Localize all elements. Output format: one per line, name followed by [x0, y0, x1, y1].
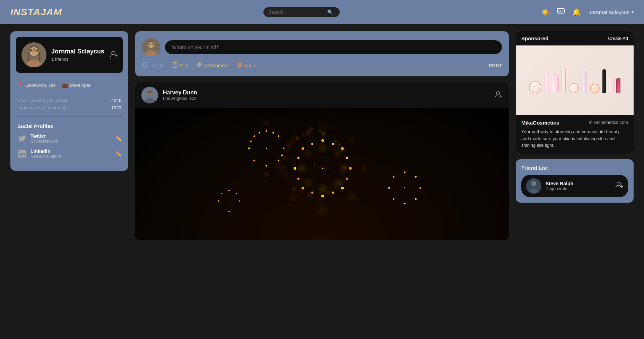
attachment-label: Attachment	[204, 63, 229, 68]
header-right: ☀️ 🔔 Jornmal Sclaycus ▾	[541, 8, 634, 17]
cosmetic-tall-1	[562, 67, 566, 93]
linkedin-info: Linkedin Network Platform	[31, 149, 112, 159]
location-detail: 📍 Lakewood, OH	[17, 82, 55, 88]
clip-label: Clip	[180, 63, 188, 68]
ad-brand-row: MikaCosmetics mikacosmetics.com	[521, 120, 628, 126]
center-panel: Image Clip	[135, 31, 509, 240]
twitter-platform: Twitter	[31, 133, 112, 139]
stat-impressions-label: Impressions of your post	[17, 105, 67, 110]
svg-rect-0	[557, 8, 564, 13]
social-profiles-title: Social Profiles	[17, 123, 121, 129]
feed-user-name: Harvey Dunn	[163, 90, 490, 96]
feed-user-location: Los Angeles, CA	[163, 96, 490, 101]
create-ad-button[interactable]: Create Ad	[608, 36, 628, 41]
cosmetic-tube-1	[544, 73, 549, 93]
profile-friends-count: 1 friends	[51, 57, 117, 62]
audio-icon	[237, 62, 242, 69]
svg-point-34	[150, 91, 151, 93]
stat-views-label: Who's viewed your profile	[17, 98, 69, 103]
friend-action-icon[interactable]	[616, 182, 623, 190]
cosmetic-round-1	[590, 84, 600, 93]
post-button[interactable]: POST	[489, 63, 502, 68]
profile-details: 📍 Lakewood, OH 💼 Developer	[16, 78, 123, 92]
image-button[interactable]: Image	[142, 62, 164, 69]
ad-image	[516, 45, 634, 115]
ad-website[interactable]: mikacosmetics.com	[589, 120, 628, 126]
bell-icon[interactable]: 🔔	[572, 8, 581, 16]
ad-description: Your pathway to stunning and immaculate …	[521, 128, 628, 149]
svg-point-17	[149, 43, 150, 45]
sponsored-label: Sponsored	[521, 35, 548, 41]
search-icon[interactable]: 🔍	[327, 9, 333, 15]
cosmetic-dropper-1	[582, 71, 587, 93]
cosmetic-compact-1	[529, 81, 541, 93]
logo-text: INSTAJAM	[10, 7, 62, 17]
friend-list-title: Friend List	[521, 165, 628, 171]
audio-button[interactable]: Audio	[237, 62, 256, 69]
svg-rect-28	[238, 62, 241, 66]
user-name: Jornmal Sclaycus	[589, 9, 629, 15]
linkedin-icon	[17, 149, 27, 159]
twitter-icon	[17, 134, 27, 143]
profile-info: Jornmal Sclaycus 1 friends	[51, 48, 117, 62]
image-label: Image	[150, 63, 164, 68]
friend-list-card: Friend List Steve Ralph Degenerate	[516, 159, 634, 203]
post-text-input[interactable]	[165, 40, 502, 54]
job-text: Developer	[70, 83, 90, 88]
post-avatar	[142, 38, 160, 56]
feed-avatar	[141, 87, 158, 103]
add-friend-icon[interactable]	[110, 51, 118, 59]
svg-point-31	[147, 90, 153, 95]
follow-user-icon[interactable]	[495, 91, 503, 99]
chevron-down-icon: ▾	[632, 10, 634, 15]
stat-row-impressions: Impressions of your post 1923	[17, 105, 121, 110]
profile-name: Jornmal Sclaycus	[51, 48, 117, 55]
svg-point-6	[30, 49, 32, 51]
stat-impressions-value: 1923	[111, 105, 121, 110]
cosmetic-lip-1	[616, 78, 620, 93]
fireworks-image	[135, 108, 509, 240]
post-actions: Image Clip	[142, 62, 502, 69]
chat-icon[interactable]	[557, 8, 565, 17]
cosmetic-brush-1	[602, 69, 606, 93]
friend-info: Steve Ralph Degenerate	[546, 181, 611, 191]
profile-header: Jornmal Sclaycus 1 friends	[16, 37, 123, 73]
location-icon: 📍	[17, 82, 23, 88]
search-input[interactable]	[268, 9, 327, 15]
briefcase-icon: 💼	[62, 82, 68, 88]
svg-point-7	[36, 49, 38, 51]
linkedin-edit-icon[interactable]: ✏️	[115, 151, 121, 156]
cosmetic-display	[525, 64, 624, 97]
cosmetic-compact-2	[568, 83, 579, 93]
feed-user-info: Harvey Dunn Los Angeles, CA	[163, 90, 490, 101]
main-layout: Jornmal Sclaycus 1 friends 📍 Lakewood	[0, 24, 644, 247]
avatar	[21, 42, 46, 67]
ad-brand-name: MikaCosmetics	[521, 120, 559, 126]
attachment-icon	[197, 62, 202, 69]
app-logo: INSTAJAM	[10, 7, 62, 18]
audio-label: Audio	[244, 63, 256, 68]
twitter-subtitle: Social Network	[31, 139, 112, 144]
social-item-linkedin: Linkedin Network Platform ✏️	[17, 149, 121, 159]
clip-button[interactable]: Clip	[172, 62, 188, 69]
job-detail: 💼 Developer	[62, 82, 90, 88]
feed-card-header: Harvey Dunn Los Angeles, CA	[135, 82, 509, 108]
twitter-edit-icon[interactable]: ✏️	[115, 136, 121, 141]
attachment-button[interactable]: Attachment	[197, 62, 229, 69]
cosmetic-tube-2	[609, 76, 613, 93]
profile-card: Jornmal Sclaycus 1 friends 📍 Lakewood	[10, 31, 128, 171]
sponsored-card: Sponsored Create Ad	[516, 31, 634, 154]
svg-point-18	[152, 43, 153, 45]
linkedin-subtitle: Network Platform	[31, 154, 112, 159]
friend-item: Steve Ralph Degenerate	[521, 175, 628, 197]
stat-views-value: 4046	[111, 98, 121, 103]
cosmetic-bottle-1	[552, 74, 559, 93]
friend-name: Steve Ralph	[546, 181, 611, 186]
twitter-info: Twitter Social Network	[31, 133, 112, 144]
feed-image	[135, 108, 509, 240]
search-bar[interactable]: 🔍	[263, 7, 340, 17]
social-item-twitter: Twitter Social Network ✏️	[17, 133, 121, 144]
sun-icon[interactable]: ☀️	[541, 8, 549, 16]
post-input-row	[142, 38, 502, 56]
user-menu[interactable]: Jornmal Sclaycus ▾	[589, 9, 634, 15]
